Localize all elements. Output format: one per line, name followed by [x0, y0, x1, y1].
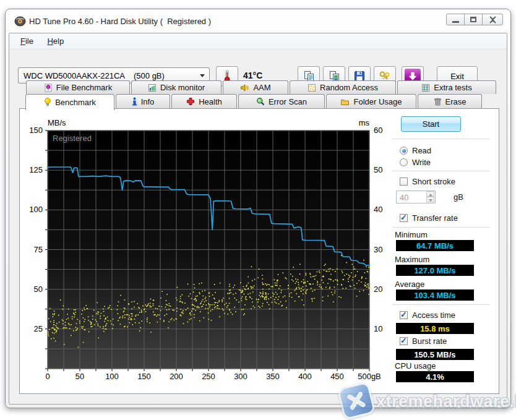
burst-rate-checkbox[interactable] — [400, 337, 408, 345]
maximum-label: Maximum — [395, 255, 429, 264]
y-right-tick-label: 10 — [374, 324, 382, 333]
random-access-icon — [307, 84, 316, 92]
close-icon — [489, 16, 497, 24]
disk-monitor-icon — [148, 84, 157, 92]
bulb-icon — [44, 98, 51, 107]
tab-label: Info — [141, 97, 155, 106]
folder-icon — [340, 98, 350, 106]
tab-label: Extra tests — [434, 83, 471, 92]
app-window: HD Tune Pro 4.60 - Hard Disk Utility ( R… — [5, 9, 511, 408]
tab-disk-monitor[interactable]: Disk monitor — [131, 80, 221, 94]
tab-label: Random Access — [320, 83, 378, 92]
access-time-row[interactable]: Access time — [400, 311, 455, 320]
write-label: Write — [412, 158, 431, 167]
short-stroke-checkbox[interactable] — [400, 178, 408, 186]
menu-help[interactable]: Help — [47, 36, 64, 46]
device-model: WDC WD5000AAKX-221CA — [24, 71, 125, 80]
tab-label: Disk monitor — [160, 83, 205, 92]
stroke-size-spinner[interactable]: 40 — [396, 191, 436, 204]
divider — [392, 171, 490, 171]
write-radio[interactable] — [400, 158, 408, 166]
short-stroke-label: Short stroke — [412, 177, 455, 186]
speaker-icon — [240, 84, 249, 92]
benchmark-chart: MB/sms1501251007550256050403020100501001… — [20, 109, 391, 388]
short-stroke-row[interactable]: Short stroke — [400, 177, 455, 186]
tab-random-access[interactable]: Random Access — [290, 80, 396, 94]
tab-extra-tests[interactable]: Extra tests — [397, 80, 496, 94]
x-tick-label: 300 — [234, 372, 247, 381]
read-radio[interactable] — [400, 147, 408, 155]
y-left-tick-label: 100 — [29, 205, 43, 214]
hd-tune-app-icon — [14, 16, 26, 27]
trash-icon — [434, 97, 442, 106]
y-left-tick-label: 150 — [29, 126, 43, 135]
average-label: Average — [395, 280, 424, 289]
tab-row-primary: Benchmark Info Health Error Scan Folder … — [25, 94, 483, 110]
benchmark-panel: MB/sms1501251007550256050403020100501001… — [19, 108, 499, 394]
x-tick-label: 250 — [202, 372, 215, 381]
start-button[interactable]: Start — [401, 116, 461, 132]
maximize-icon — [470, 17, 476, 22]
maximum-value: 127.0 MB/s — [396, 265, 474, 276]
read-radio-row[interactable]: Read — [400, 146, 431, 155]
y-left-tick-label: 125 — [29, 165, 43, 174]
tab-error-scan[interactable]: Error Scan — [238, 94, 325, 108]
x-tick-label: 350 — [266, 372, 280, 381]
watermark-text: xtremehardware.it — [376, 392, 516, 411]
transfer-rate-row[interactable]: Transfer rate — [400, 213, 458, 223]
divider — [392, 304, 490, 305]
tab-label: Erase — [445, 97, 467, 106]
tab-info[interactable]: Info — [116, 94, 170, 108]
access-time-label: Access time — [412, 311, 455, 320]
x-tick-label: 50 — [75, 372, 84, 381]
minimize-button[interactable] — [446, 14, 465, 25]
burst-rate-value: 150.5 MB/s — [396, 349, 474, 360]
access-time-checkbox[interactable] — [400, 311, 408, 319]
magnifier-icon — [256, 97, 265, 106]
tab-erase[interactable]: Erase — [418, 94, 482, 108]
benchmark-controls: Start Read Write Short stroke 40 — [389, 109, 499, 393]
tab-folder-usage[interactable]: Folder Usage — [326, 94, 416, 108]
tab-health[interactable]: Health — [171, 94, 237, 108]
tab-file-benchmark[interactable]: File Benchmark — [26, 80, 130, 94]
divider — [392, 227, 490, 228]
tab-label: Error Scan — [269, 97, 307, 106]
client-area: File Help WDC WD5000AAKX-221CA (500 gB) … — [9, 33, 507, 405]
temperature-value: 41°C — [243, 71, 262, 80]
access-time-value: 15.8 ms — [396, 323, 474, 334]
tab-benchmark[interactable]: Benchmark — [25, 94, 114, 110]
window-title: HD Tune Pro 4.60 - Hard Disk Utility ( R… — [29, 17, 211, 26]
y-left-tick-label: 50 — [34, 285, 43, 294]
tab-label: Benchmark — [55, 98, 96, 107]
tab-aam[interactable]: AAM — [223, 80, 288, 94]
burst-rate-row[interactable]: Burst rate — [400, 336, 447, 346]
info-icon — [132, 97, 137, 106]
cpu-usage-label: CPU usage — [395, 361, 436, 371]
maximize-button[interactable] — [464, 14, 483, 25]
stroke-unit-label: gB — [454, 192, 463, 202]
watermark: xtremehardware.it — [332, 382, 516, 419]
read-label: Read — [412, 146, 431, 155]
health-cross-icon — [186, 97, 195, 106]
divider — [392, 139, 490, 139]
x-tick-label: 150 — [137, 372, 151, 381]
triangle-down-icon — [429, 199, 432, 202]
start-label: Start — [423, 119, 439, 129]
minimum-value: 64.7 MB/s — [396, 240, 474, 251]
spinner-up-button[interactable] — [426, 191, 434, 197]
close-button[interactable] — [482, 14, 503, 25]
y-right-tick-label: 50 — [374, 165, 382, 174]
y-right-tick-label: 60 — [374, 126, 382, 135]
device-size: (500 gB) — [134, 71, 165, 80]
write-radio-row[interactable]: Write — [400, 158, 431, 167]
title-bar: HD Tune Pro 4.60 - Hard Disk Utility ( R… — [6, 9, 510, 33]
spinner-down-button[interactable] — [426, 197, 434, 202]
x-tick-label: 400 — [298, 372, 312, 381]
x-tick-label: 100 — [105, 372, 119, 381]
menu-file[interactable]: File — [20, 36, 33, 46]
transfer-rate-checkbox[interactable] — [400, 214, 408, 222]
exit-label: Exit — [450, 72, 464, 81]
y-right-axis-label: ms — [359, 118, 370, 127]
registered-overlay-text: Registered — [53, 134, 92, 143]
x-tick-label: 500gB — [358, 372, 381, 381]
